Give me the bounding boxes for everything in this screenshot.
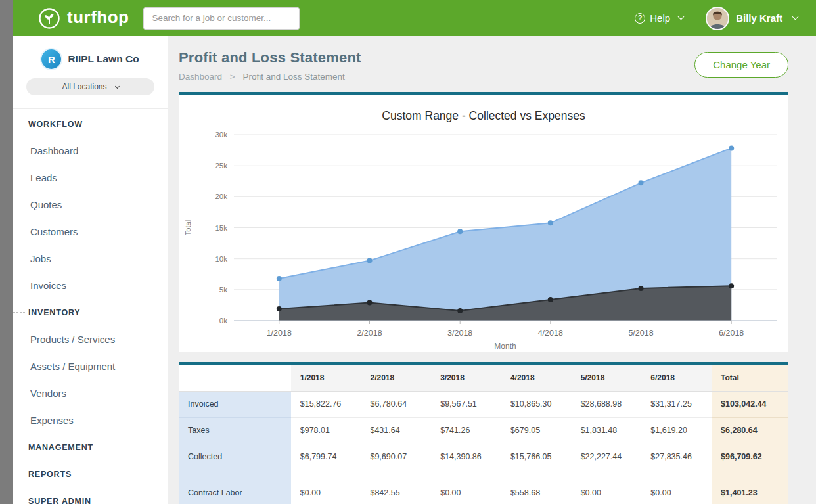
change-year-button[interactable]: Change Year (694, 52, 788, 78)
cell-value: $10,865.30 (501, 391, 572, 417)
company-header: R RIIPL Lawn Co (13, 49, 168, 69)
page-head: Profit and Loss Statement Dashboard > Pr… (179, 45, 788, 92)
row-label: Taxes (179, 417, 291, 444)
svg-text:2/2018: 2/2018 (357, 329, 382, 338)
page-head-left: Profit and Loss Statement Dashboard > Pr… (179, 45, 361, 92)
table-row-invoiced: Invoiced$15,822.76$6,780.64$9,567.51$10,… (179, 391, 788, 417)
tree-branch-icon (13, 124, 25, 124)
sidebar-item-invoices[interactable]: Invoices (13, 272, 168, 299)
company-logo: R (41, 49, 61, 69)
svg-text:25k: 25k (215, 162, 227, 170)
svg-text:15k: 15k (215, 224, 227, 232)
sidebar-item-leads[interactable]: Leads (13, 164, 168, 191)
sidebar-item-quotes[interactable]: Quotes (13, 191, 168, 218)
sidebar-section-reports: REPORTS (13, 461, 168, 488)
column-header-3-2018: 3/2018 (431, 365, 501, 391)
cell-value: $15,822.76 (291, 391, 361, 417)
column-header-2-2018: 2/2018 (361, 365, 431, 391)
cell-value: $978.01 (291, 417, 361, 444)
column-header-6-2018: 6/2018 (641, 365, 712, 391)
row-total: $103,042.44 (712, 391, 788, 417)
body-row: R RIIPL Lawn Co All Locations WORKFLOWDa… (13, 36, 816, 504)
cell-value: $0.00 (431, 480, 501, 504)
sidebar-item-jobs[interactable]: Jobs (13, 245, 168, 272)
row-label: Collected (179, 444, 291, 470)
svg-text:Month: Month (494, 342, 516, 351)
page-title: Profit and Loss Statement (179, 49, 361, 66)
breadcrumb-separator: > (230, 72, 235, 81)
table-row-taxes: Taxes$978.01$431.64$741.26$679.05$1,831.… (179, 417, 788, 444)
cell-value: $14,390.86 (431, 444, 501, 470)
location-label: All Locations (62, 82, 106, 91)
user-menu[interactable]: Billy Kraft (706, 7, 798, 30)
table-card: 1/20182/20183/20184/20185/20186/2018Tota… (179, 362, 788, 504)
cell-value: $842.55 (361, 480, 431, 504)
sidebar-item-products-services[interactable]: Products / Services (13, 326, 168, 353)
topbar: turfhop ? Help Billy Kraf (13, 0, 816, 36)
svg-text:5/2018: 5/2018 (628, 329, 653, 338)
tree-branch-icon (13, 474, 25, 474)
user-name: Billy Kraft (736, 12, 782, 24)
sidebar-item-vendors[interactable]: Vendors (13, 380, 168, 407)
tree-branch-icon (13, 501, 25, 501)
svg-text:6/2018: 6/2018 (719, 329, 744, 338)
sidebar-item-customers[interactable]: Customers (13, 218, 168, 245)
cell-value: $28,688.98 (572, 391, 642, 417)
svg-text:20k: 20k (215, 193, 227, 200)
pnl-table: 1/20182/20183/20184/20185/20186/2018Tota… (179, 365, 788, 504)
sidebar-section-inventory: INVENTORY (13, 299, 168, 326)
help-menu[interactable]: ? Help (635, 12, 683, 24)
sidebar-section-label: WORKFLOW (28, 120, 83, 129)
spacer-cell (179, 470, 291, 480)
chart-title: Custom Range - Collected vs Expenses (183, 109, 784, 123)
sidebar-section-management: MANAGEMENT (13, 434, 168, 461)
svg-text:10k: 10k (215, 255, 227, 263)
main-content: Profit and Loss Statement Dashboard > Pr… (168, 36, 816, 504)
row-total: $96,709.62 (712, 444, 788, 470)
cell-value: $22,227.44 (572, 444, 642, 470)
breadcrumb: Dashboard > Profit and Loss Statement (179, 72, 361, 81)
row-label: Contract Labor (179, 480, 291, 504)
cell-value: $431.64 (361, 417, 431, 444)
table-group-spacer (179, 470, 788, 480)
cell-value: $31,317.25 (641, 391, 712, 417)
svg-text:30k: 30k (215, 131, 227, 139)
svg-text:1/2018: 1/2018 (267, 329, 292, 338)
chevron-down-icon (678, 14, 685, 20)
brand-logo[interactable]: turfhop (38, 7, 129, 30)
topbar-right: ? Help Billy Kraft (635, 7, 798, 30)
column-header-4-2018: 4/2018 (501, 365, 572, 391)
avatar-image (707, 8, 728, 29)
column-header-5-2018: 5/2018 (572, 365, 642, 391)
cell-value: $0.00 (291, 480, 361, 504)
tree-branch-icon (13, 447, 25, 447)
breadcrumb-dashboard[interactable]: Dashboard (179, 72, 222, 81)
brand-name: turfhop (67, 9, 129, 28)
svg-text:Total: Total (184, 220, 192, 235)
sidebar-item-dashboard[interactable]: Dashboard (13, 137, 168, 164)
chevron-down-icon (114, 83, 119, 88)
pnl-chart: 0k5k10k15k20k25k30k1/20182/20183/20184/2… (183, 124, 784, 352)
search-wrap (143, 7, 300, 30)
cell-value: $27,835.46 (641, 444, 712, 470)
chart-card: Custom Range - Collected vs Expenses 0k5… (179, 92, 788, 352)
avatar (706, 7, 729, 30)
search-input[interactable] (143, 7, 300, 30)
svg-text:5k: 5k (219, 286, 227, 294)
location-selector[interactable]: All Locations (26, 78, 154, 95)
spacer-cell (712, 470, 788, 480)
chevron-down-icon (792, 14, 799, 20)
cell-value: $558.68 (501, 480, 572, 504)
spacer-cell (291, 470, 712, 480)
column-header-total: Total (712, 365, 788, 391)
sidebar-section-label: MANAGEMENT (28, 443, 93, 452)
turfhop-logo-icon (38, 7, 60, 30)
tree-branch-icon (13, 312, 25, 313)
sidebar-item-expenses[interactable]: Expenses (13, 407, 168, 434)
app: turfhop ? Help Billy Kraf (13, 0, 816, 504)
window-edge (0, 0, 13, 504)
sidebar-section-workflow: WORKFLOW (13, 110, 168, 137)
sidebar-item-assets-equipment[interactable]: Assets / Equipment (13, 353, 168, 380)
svg-text:0k: 0k (219, 317, 227, 325)
cell-value: $15,766.05 (501, 444, 572, 470)
